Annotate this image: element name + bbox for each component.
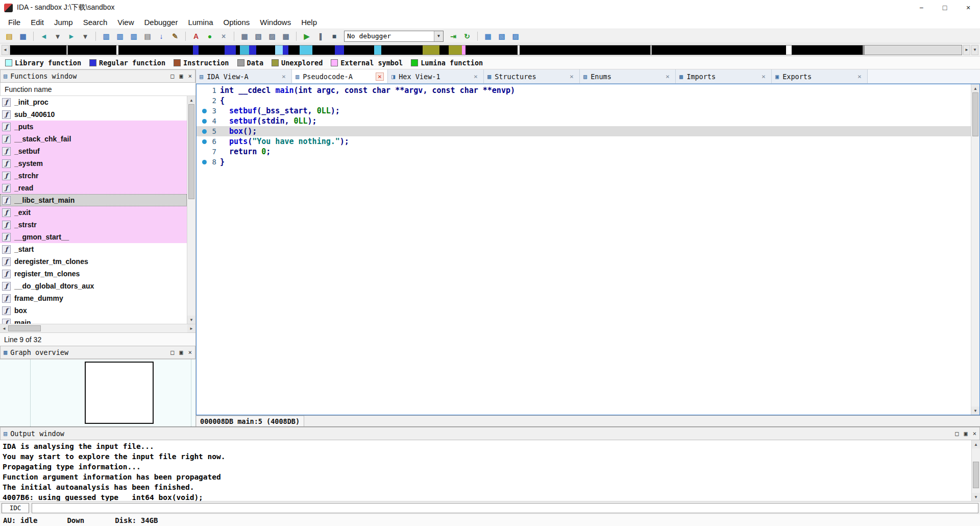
tab-exports[interactable]: ▣Exports× [772,69,868,83]
function-row[interactable]: ƒ_strstr [0,219,187,231]
function-row[interactable]: ƒ_strchr [0,170,187,182]
code-line[interactable]: 6 puts("You have nothing."); [197,136,971,147]
open-text-view-icon[interactable]: ▤ [141,31,154,42]
edit-struct-icon[interactable]: ▧ [252,31,264,42]
scroll-down-icon[interactable]: ▼ [972,493,980,501]
open-structures-view-icon[interactable]: ▥ [128,31,140,42]
scroll-down-icon[interactable]: ▼ [971,407,979,415]
nav-band-left-icon[interactable]: ◄ [2,45,9,55]
function-row[interactable]: ƒ_setbuf [0,145,187,157]
tab-structures[interactable]: ▦Structures× [484,69,580,83]
menu-item-lumina[interactable]: Lumina [183,16,218,28]
tab-close-icon[interactable]: × [760,73,768,81]
menu-item-search[interactable]: Search [78,16,113,28]
output-scroll-track[interactable] [972,448,980,493]
function-row[interactable]: ƒ__libc_start_main [0,194,187,206]
scroll-left-icon[interactable]: ◄ [0,324,8,332]
function-row[interactable]: ƒframe_dummy [0,292,187,304]
function-row[interactable]: ƒbox [0,304,187,317]
code-line[interactable]: 1int __cdecl main(int argc, const char *… [197,85,971,95]
code-vertical-scrollbar[interactable]: ▲ ▼ [971,84,979,415]
minimize-icon[interactable]: − [910,0,933,15]
menu-item-options[interactable]: Options [218,16,255,28]
output-scroll-thumb[interactable] [973,462,979,488]
search-text-icon[interactable]: A [190,31,202,42]
tab-imports[interactable]: ▩Imports× [676,69,772,83]
menu-item-windows[interactable]: Windows [255,16,296,28]
function-row[interactable]: ƒregister_tm_clones [0,268,187,280]
function-row[interactable]: ƒ__gmon_start__ [0,231,187,243]
rename-symbol-icon[interactable]: ✎ [169,31,181,42]
create-struct-icon[interactable]: ▦ [238,31,251,42]
save-database-icon[interactable]: ▦ [17,31,29,42]
nav-band-right-icon[interactable]: ► [963,45,970,55]
panel-maximize-icon[interactable]: □ [955,430,959,437]
tab-hex-view-1[interactable]: ◨Hex View-1× [388,69,484,83]
function-row[interactable]: ƒ__stack_chk_fail [0,133,187,145]
tab-close-icon[interactable]: × [280,73,288,81]
debugger-select[interactable]: No debugger▼ [344,31,444,42]
code-line[interactable]: 5 box(); [197,126,971,136]
code-line[interactable]: 7 return 0; [197,147,971,157]
navigate-forward-icon[interactable]: ► [65,31,78,42]
refresh-debugger-memory-icon[interactable]: ↻ [461,31,473,42]
code-scroll-thumb[interactable] [972,92,978,136]
navigate-forward-history-icon[interactable]: ▾ [79,31,91,42]
menu-item-view[interactable]: View [112,16,139,28]
menu-item-edit[interactable]: Edit [26,16,49,28]
add-struct-member-icon[interactable]: ▨ [266,31,278,42]
functions-vertical-scrollbar[interactable]: ▲ ▼ [187,96,195,324]
maximize-icon[interactable]: □ [933,0,957,15]
tab-close-icon[interactable]: × [664,73,672,81]
code-line[interactable]: 8} [197,157,971,167]
menu-item-jump[interactable]: Jump [49,16,78,28]
functions-scroll-thumb[interactable] [188,104,194,199]
output-body[interactable]: IDA is analysing the input file...You ma… [0,440,980,501]
code-scroll-track[interactable] [971,92,979,407]
scroll-up-icon[interactable]: ▲ [187,96,195,104]
panel-close-icon[interactable]: × [973,430,976,437]
function-row[interactable]: ƒ_system [0,157,187,170]
chevron-down-icon[interactable]: ▼ [434,31,443,41]
open-file-icon[interactable]: ▤ [3,31,15,42]
attach-to-process-icon[interactable]: ⇥ [447,31,459,42]
function-row[interactable]: ƒsub_400610 [0,108,187,121]
jump-to-next-address-icon[interactable]: ↓ [155,31,167,42]
navigate-back-history-icon[interactable]: ▾ [52,31,64,42]
function-row[interactable]: ƒ_puts [0,121,187,133]
panel-close-icon[interactable]: × [188,73,192,80]
code-line[interactable]: 2{ [197,95,971,106]
nav-band-menu-icon[interactable]: ▼ [971,45,978,55]
code-line[interactable]: 3 setbuf(_bss_start, 0LL); [197,106,971,116]
scroll-up-icon[interactable]: ▲ [972,440,980,448]
menu-item-debugger[interactable]: Debugger [139,16,183,28]
function-row[interactable]: ƒ_start [0,243,187,255]
code-line[interactable]: 4 setbuf(stdin, 0LL); [197,116,971,126]
scroll-up-icon[interactable]: ▲ [971,84,979,92]
tab-ida-view-a[interactable]: ▤IDA View-A× [196,69,292,83]
graph-viewport-rect[interactable] [85,362,154,424]
function-row[interactable]: ƒderegister_tm_clones [0,255,187,268]
start-debugger-icon[interactable]: ▶ [301,31,313,42]
functions-hscroll-track[interactable] [8,324,187,332]
delete-breakpoint-icon[interactable]: ▨ [509,31,522,42]
open-ida-view-icon[interactable]: ▥ [100,31,112,42]
functions-hscroll-thumb[interactable] [8,325,41,331]
open-breakpoints-icon[interactable]: ▦ [482,31,494,42]
function-row[interactable]: ƒ_read [0,182,187,194]
tab-close-icon[interactable]: × [376,73,384,81]
menu-item-help[interactable]: Help [296,16,322,28]
function-row[interactable]: ƒ__do_global_dtors_aux [0,280,187,292]
tab-enums[interactable]: ▨Enums× [580,69,676,83]
functions-horizontal-scrollbar[interactable]: ◄ ► [0,324,195,332]
open-hex-view-icon[interactable]: ▥ [114,31,126,42]
tab-close-icon[interactable]: × [568,73,576,81]
graph-overview-canvas[interactable] [0,359,195,426]
panel-float-icon[interactable]: ▣ [180,73,183,80]
function-name-column-header[interactable]: Function name [0,83,195,96]
scroll-down-icon[interactable]: ▼ [187,316,195,324]
panel-float-icon[interactable]: ▣ [180,349,183,356]
nav-band[interactable] [10,45,962,55]
code-lines[interactable]: 1int __cdecl main(int argc, const char *… [197,84,971,415]
pause-debugger-icon[interactable]: ∥ [314,31,327,42]
